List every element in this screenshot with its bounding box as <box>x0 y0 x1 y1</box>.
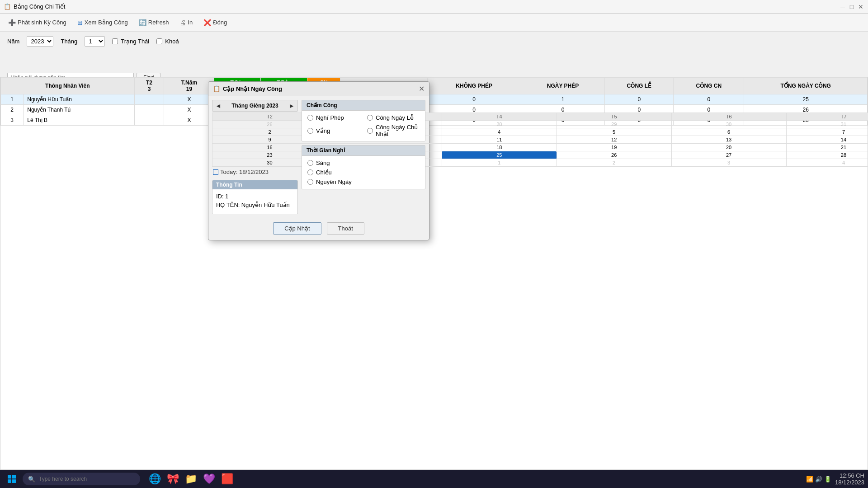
cal-day[interactable]: 13 <box>671 136 786 144</box>
taskbar-search-input[interactable] <box>39 476 129 482</box>
trang-thai-checkbox[interactable] <box>112 38 118 44</box>
modal-footer: Cập Nhật Thoát <box>208 218 429 240</box>
nghi-phep-radio[interactable] <box>307 115 313 121</box>
nghi-phep-item: Nghỉ Phép <box>307 114 360 121</box>
cal-day[interactable]: 5 <box>557 128 671 136</box>
col-t2: T23 <box>134 78 164 94</box>
calendar-panel: ◄ Tháng Giêng 2023 ► T2T3T4T5T6T7CN 2627… <box>212 100 298 214</box>
table-row[interactable]: 1 Nguyễn Hữu Tuấn X X X CN 26 0 1 0 0 25 <box>1 94 868 105</box>
taskbar-time: 12:56 CH 18/12/2023 <box>835 472 864 486</box>
cal-day[interactable]: 1 <box>442 159 557 167</box>
sang-label: Sáng <box>316 160 330 166</box>
sang-radio[interactable] <box>307 160 313 166</box>
close-toolbar-button[interactable]: ❌ Đóng <box>199 17 231 28</box>
khoa-checkbox[interactable] <box>156 38 162 44</box>
search-magnifier-icon: 🔍 <box>28 476 35 483</box>
nam-select[interactable]: 2023 2022 <box>27 36 53 47</box>
cal-day[interactable]: 14 <box>786 136 868 144</box>
cal-day[interactable]: 27 <box>671 151 786 159</box>
chieu-radio[interactable] <box>307 169 313 175</box>
taskbar-app-app[interactable]: 🟥 <box>219 471 235 487</box>
cal-day[interactable]: 28 <box>786 151 868 159</box>
cal-day[interactable]: 31 <box>786 121 868 128</box>
refresh-button[interactable]: 🔄 Refresh <box>134 17 174 28</box>
info-panel: Thông Tin ID: 1 HỌ TÊN: Nguyễn Hữu Tuấn <box>212 180 298 214</box>
col-t5nam: T.Năm19 <box>164 78 214 94</box>
info-ten: HỌ TÊN: Nguyễn Hữu Tuấn <box>216 202 294 208</box>
chrome-icon: 🌐 <box>149 473 161 485</box>
nguyen-ngay-radio[interactable] <box>307 179 313 185</box>
cal-day[interactable]: 18 <box>442 144 557 151</box>
cham-cong-title: Chấm Công <box>302 100 425 111</box>
sang-item: Sáng <box>307 160 420 166</box>
cal-day[interactable]: 30 <box>671 121 786 128</box>
cal-day[interactable]: 4 <box>786 159 868 167</box>
thang-select[interactable]: 1 2 3 12 <box>85 36 105 47</box>
cal-day[interactable]: 28 <box>442 121 557 128</box>
modal-close-button[interactable]: ✕ <box>419 84 425 93</box>
taskbar-app-vs[interactable]: 💜 <box>201 471 217 487</box>
vang-radio[interactable] <box>307 128 313 134</box>
cal-day[interactable]: 19 <box>557 144 671 151</box>
col-khong-phep: KHÔNG PHÉP <box>427 78 521 94</box>
cell-t2 <box>134 94 164 105</box>
cal-day[interactable]: 11 <box>442 136 557 144</box>
cal-day[interactable]: 12 <box>557 136 671 144</box>
taskbar-app-ribbon[interactable]: 🎀 <box>165 471 181 487</box>
cell-t5nam: X <box>164 115 214 126</box>
col-ngay-phep: NGÀY PHÉP <box>521 78 605 94</box>
vang-item: Vắng <box>307 124 360 137</box>
toolbar: ➕ Phát sinh Kỳ Công ⊞ Xem Bảng Công 🔄 Re… <box>0 14 868 32</box>
cal-day[interactable]: 20 <box>671 144 786 151</box>
thang-label: Tháng <box>61 38 77 45</box>
nguyen-ngay-label: Nguyên Ngày <box>316 178 352 185</box>
modal-titlebar: 📋 Cập Nhật Ngày Công ✕ <box>208 82 429 96</box>
titlebar-controls: ─ □ ✕ <box>839 3 864 10</box>
vs-icon: 💜 <box>203 473 215 485</box>
svg-rect-3 <box>12 479 16 483</box>
col-tong: TỔNG NGÀY CÔNG <box>744 78 868 94</box>
cell-t2 <box>134 105 164 115</box>
taskbar-app-chrome[interactable]: 🌐 <box>146 471 163 487</box>
taskbar-app-folder[interactable]: 📁 <box>183 471 199 487</box>
cal-day[interactable]: 4 <box>442 128 557 136</box>
cal-day[interactable]: 3 <box>671 159 786 167</box>
start-button[interactable] <box>4 471 20 487</box>
cal-day[interactable]: 7 <box>786 128 868 136</box>
calendar-nav: ◄ Tháng Giêng 2023 ► <box>212 100 298 112</box>
cal-prev-button[interactable]: ◄ <box>215 102 222 109</box>
thoat-button[interactable]: Thoát <box>327 222 364 235</box>
info-id: ID: 1 <box>216 193 294 200</box>
group-header: Thông Nhân Viên <box>1 78 135 94</box>
cal-day[interactable]: 6 <box>671 128 786 136</box>
svg-rect-1 <box>12 475 16 479</box>
cell-t5nam: X <box>164 94 214 105</box>
cong-cn-label: Công Ngày Chủ Nhật <box>376 124 420 137</box>
cal-day[interactable]: 26 <box>557 151 671 159</box>
cell-tong: 25 <box>744 94 868 105</box>
cal-day[interactable]: 21 <box>786 144 868 151</box>
window-close-button[interactable]: ✕ <box>857 3 864 10</box>
nguyen-ngay-item: Nguyên Ngày <box>307 178 420 185</box>
print-button[interactable]: 🖨 In <box>175 17 197 28</box>
cal-next-button[interactable]: ► <box>288 102 295 109</box>
xem-bang-button[interactable]: ⊞ Xem Bảng Công <box>73 17 132 28</box>
windows-icon <box>7 474 16 483</box>
cal-day[interactable]: 25 <box>442 151 557 159</box>
minimize-button[interactable]: ─ <box>839 3 846 10</box>
cal-day[interactable]: 2 <box>557 159 671 167</box>
trang-thai-label: Trạng Thái <box>121 38 149 45</box>
cell-t5nam: X <box>164 105 214 115</box>
sound-icon: 🔊 <box>815 476 822 483</box>
cong-cn-radio[interactable] <box>367 128 373 134</box>
cell-cong-cn: 0 <box>674 94 744 105</box>
cal-day[interactable]: 29 <box>557 121 671 128</box>
phat-sinh-button[interactable]: ➕ Phát sinh Kỳ Công <box>4 17 71 28</box>
today-square-icon <box>213 169 218 175</box>
cham-cong-section: Chấm Công Nghỉ Phép Công Ngày Lễ Vắng <box>302 100 425 141</box>
cal-today: Today: 18/12/2023 <box>212 167 298 177</box>
window-title: Bảng Công Chi Tiết <box>14 3 65 10</box>
maximize-button[interactable]: □ <box>848 3 855 10</box>
cong-ngay-le-radio[interactable] <box>367 115 373 121</box>
cap-nhat-button[interactable]: Cập Nhật <box>273 222 321 235</box>
